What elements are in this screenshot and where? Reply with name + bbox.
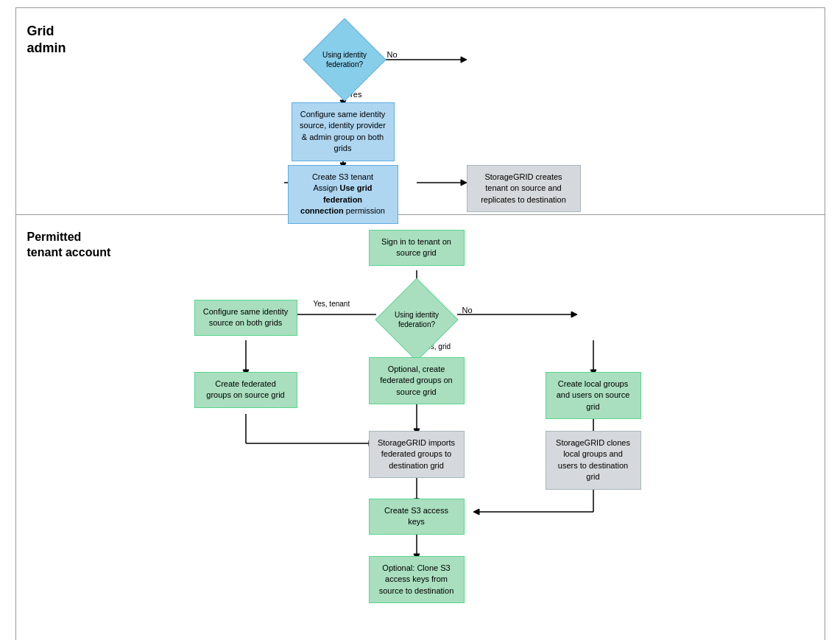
box-configure-identity-ga: Configure same identity source, identity… <box>292 102 395 161</box>
box-create-s3: Create S3 access keys <box>369 499 465 535</box>
grid-admin-label: Grid admin <box>27 23 116 57</box>
box-storagegrid-clones: StorageGRID clones local groups and user… <box>546 431 641 490</box>
box-clone-s3: Optional: Clone S3 access keys from sour… <box>369 556 465 603</box>
box-storagegrid-imports: StorageGRID imports federated groups to … <box>369 431 465 478</box>
ga-container: No Yes Using identity federation? Config… <box>174 19 763 203</box>
permitted-tenant-label: Permitted tenant account <box>27 230 116 261</box>
yes-tenant-label: Yes, tenant <box>314 300 350 308</box>
no-label-ga: No <box>387 50 398 59</box>
permitted-tenant-flow-area: Yes, tenant No Yes, grid Sign in to tena… <box>127 226 810 640</box>
no-label-pt: No <box>462 306 473 314</box>
svg-marker-7 <box>461 180 467 186</box>
box-signin: Sign in to tenant on source grid <box>369 230 465 266</box>
bold-use-grid: Use grid federationconnection <box>300 183 373 215</box>
svg-marker-1 <box>461 57 467 63</box>
box-local-groups: Create local groups and users on source … <box>546 372 641 419</box>
pt-flow-lines <box>137 226 800 640</box>
box-optional-federated: Optional, create federated groups on sou… <box>369 357 465 404</box>
box-configure-same-identity-pt: Configure same identity source on both g… <box>194 300 297 336</box>
main-container: Grid admin <box>15 7 825 640</box>
box-storagegrid-creates-ga: StorageGRID creates tenant on source and… <box>467 165 581 212</box>
svg-marker-33 <box>473 509 479 515</box>
svg-marker-15 <box>571 312 577 317</box>
box-create-federated-groups: Create federated groups on source grid <box>194 372 297 408</box>
grid-admin-section: Grid admin <box>16 8 825 215</box>
diamond-identity-federation-pt: Using identity federation? <box>375 286 459 353</box>
grid-admin-flow-area: No Yes Using identity federation? Config… <box>127 19 810 203</box>
pt-container: Yes, tenant No Yes, grid Sign in to tena… <box>137 226 800 640</box>
diamond-identity-federation-ga: Using identity federation? <box>303 27 387 93</box>
permitted-tenant-section: Permitted tenant account <box>16 215 825 640</box>
